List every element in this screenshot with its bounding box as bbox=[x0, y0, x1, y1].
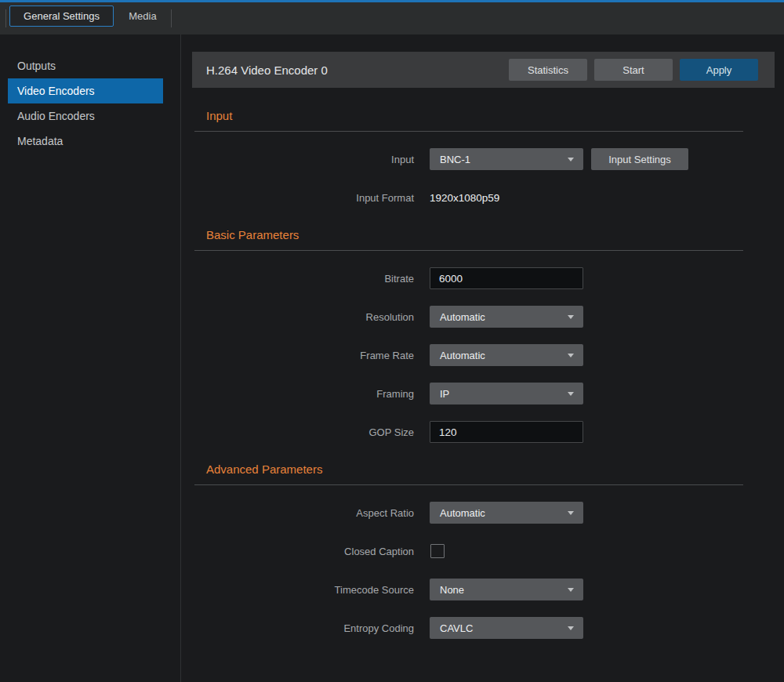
encoder-panel-header: H.264 Video Encoder 0 Statistics Start A… bbox=[192, 52, 775, 88]
resolution-dropdown[interactable]: Automatic bbox=[430, 306, 583, 328]
entropy-coding-dropdown[interactable]: CAVLC bbox=[430, 617, 583, 639]
tab-media[interactable]: Media bbox=[114, 5, 171, 27]
input-row: Input BNC-1 Input Settings bbox=[194, 148, 743, 170]
sidebar-item-outputs[interactable]: Outputs bbox=[8, 53, 163, 78]
section-divider bbox=[194, 131, 743, 132]
sidebar: Outputs Video Encoders Audio Encoders Me… bbox=[0, 34, 180, 682]
entropy-coding-row: Entropy Coding CAVLC bbox=[194, 617, 743, 639]
dropdown-value: BNC-1 bbox=[440, 154, 470, 165]
resolution-row: Resolution Automatic bbox=[194, 306, 743, 328]
dropdown-value: Automatic bbox=[440, 350, 485, 361]
aspect-ratio-label: Aspect Ratio bbox=[194, 507, 414, 519]
input-format-row: Input Format 1920x1080p59 bbox=[194, 187, 743, 209]
settings-form: Input Input BNC-1 Input Settings Input F… bbox=[194, 110, 743, 639]
section-input: Input Input BNC-1 Input Settings Input F… bbox=[194, 110, 743, 209]
timecode-source-dropdown[interactable]: None bbox=[430, 579, 583, 600]
dropdown-value: None bbox=[440, 584, 464, 596]
start-button[interactable]: Start bbox=[594, 59, 673, 81]
chevron-down-icon bbox=[568, 158, 574, 161]
gop-size-row: GOP Size bbox=[194, 421, 743, 443]
chevron-down-icon bbox=[568, 511, 574, 515]
framing-row: Framing IP bbox=[194, 383, 743, 404]
section-title: Input bbox=[206, 110, 743, 122]
bitrate-label: Bitrate bbox=[194, 273, 414, 285]
closed-caption-row: Closed Caption bbox=[194, 540, 743, 562]
frame-rate-row: Frame Rate Automatic bbox=[194, 344, 743, 366]
resolution-label: Resolution bbox=[194, 311, 414, 323]
section-title: Advanced Parameters bbox=[206, 463, 743, 476]
statistics-button[interactable]: Statistics bbox=[509, 59, 587, 81]
framing-dropdown[interactable]: IP bbox=[430, 383, 583, 404]
sidebar-item-metadata[interactable]: Metadata bbox=[8, 129, 163, 154]
sidebar-divider bbox=[180, 34, 181, 682]
top-tab-bar: General Settings Media bbox=[0, 2, 784, 34]
timecode-source-label: Timecode Source bbox=[194, 584, 414, 596]
tab-separator bbox=[5, 9, 6, 27]
chevron-down-icon bbox=[568, 315, 574, 319]
section-divider bbox=[194, 484, 743, 485]
chevron-down-icon bbox=[568, 588, 574, 592]
apply-button[interactable]: Apply bbox=[680, 59, 758, 81]
page-title: H.264 Video Encoder 0 bbox=[206, 63, 502, 77]
entropy-coding-label: Entropy Coding bbox=[194, 622, 414, 634]
bitrate-row: Bitrate bbox=[194, 267, 743, 289]
section-advanced-parameters: Advanced Parameters Aspect Ratio Automat… bbox=[194, 463, 743, 639]
bitrate-input[interactable] bbox=[430, 267, 583, 289]
dropdown-value: IP bbox=[440, 388, 449, 400]
input-source-dropdown[interactable]: BNC-1 bbox=[430, 148, 583, 170]
input-format-label: Input Format bbox=[194, 192, 414, 204]
section-divider bbox=[194, 250, 743, 251]
section-basic-parameters: Basic Parameters Bitrate Resolution Auto… bbox=[194, 229, 743, 443]
chevron-down-icon bbox=[568, 354, 574, 357]
framing-label: Framing bbox=[194, 388, 414, 400]
dropdown-value: Automatic bbox=[440, 507, 485, 519]
gop-size-label: GOP Size bbox=[194, 426, 414, 438]
input-label: Input bbox=[194, 154, 414, 165]
sidebar-item-video-encoders[interactable]: Video Encoders bbox=[8, 78, 163, 103]
chevron-down-icon bbox=[568, 626, 574, 630]
aspect-ratio-dropdown[interactable]: Automatic bbox=[430, 502, 583, 524]
gop-size-input[interactable] bbox=[430, 421, 583, 443]
closed-caption-checkbox[interactable] bbox=[430, 544, 445, 558]
dropdown-value: Automatic bbox=[440, 311, 485, 323]
dropdown-value: CAVLC bbox=[440, 622, 473, 634]
input-format-value: 1920x1080p59 bbox=[430, 192, 499, 204]
frame-rate-dropdown[interactable]: Automatic bbox=[430, 344, 583, 366]
section-title: Basic Parameters bbox=[206, 229, 743, 241]
tab-general-settings[interactable]: General Settings bbox=[9, 5, 114, 27]
timecode-source-row: Timecode Source None bbox=[194, 579, 743, 600]
chevron-down-icon bbox=[568, 392, 574, 396]
closed-caption-label: Closed Caption bbox=[194, 546, 414, 557]
input-settings-button[interactable]: Input Settings bbox=[591, 148, 688, 170]
tab-separator bbox=[171, 9, 172, 27]
frame-rate-label: Frame Rate bbox=[194, 350, 414, 361]
aspect-ratio-row: Aspect Ratio Automatic bbox=[194, 502, 743, 524]
sidebar-item-audio-encoders[interactable]: Audio Encoders bbox=[8, 103, 163, 129]
